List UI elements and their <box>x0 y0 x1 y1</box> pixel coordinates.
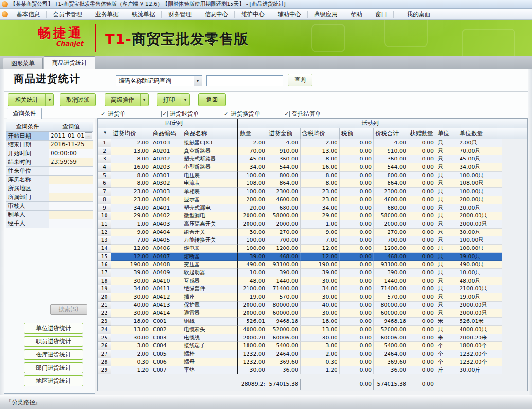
query-row[interactable]: 结束日期2016-11-25 <box>6 141 93 149</box>
checkbox-icon[interactable]: ✓ <box>223 111 229 117</box>
query-condition-label[interactable]: 往来单位 <box>6 167 49 176</box>
table-row[interactable]: 2413.00C002电缆索头4000.0052000.0013.000.005… <box>98 326 527 334</box>
query-row[interactable]: 往来单位 <box>6 167 93 176</box>
query-condition-label[interactable]: 经手人 <box>6 219 49 228</box>
query-value-cell[interactable] <box>49 202 93 211</box>
query-row[interactable]: 审核人 <box>6 202 93 211</box>
table-row[interactable]: 723.00A0303单相表100.002300.0023.000.002300… <box>98 188 527 196</box>
menu-item[interactable]: 我的桌面 <box>401 10 437 18</box>
tab[interactable]: 图形菜单 <box>3 58 43 69</box>
column-header[interactable]: 进货均价 <box>111 128 151 139</box>
query-condition-label[interactable]: 开始时间 <box>6 149 49 158</box>
query-value-cell[interactable]: 00:00:00 <box>49 149 93 158</box>
search-input[interactable] <box>206 75 283 86</box>
table-row[interactable]: 68.00A0302电流表108.00864.008.000.00864.000… <box>98 179 527 188</box>
query-condition-label[interactable]: 审核人 <box>6 202 49 211</box>
column-header[interactable]: 进货金额 <box>267 128 301 139</box>
column-header[interactable]: 价税合计 <box>374 128 408 139</box>
table-row[interactable]: 2030.00A0412插座19.00570.0030.000.00570.00… <box>98 293 527 302</box>
query-value-cell[interactable] <box>49 193 93 202</box>
table-row[interactable]: 291.20C007平垫30.0036.001.200.0036.000.00斤… <box>98 366 527 374</box>
query-condition-label[interactable]: 开始日期 <box>6 132 49 141</box>
query-value-cell[interactable] <box>49 211 93 219</box>
table-row[interactable]: 129.00A0404组合开关30.00270.009.000.00270.00… <box>98 229 527 237</box>
chevron-down-icon[interactable]: ▾ <box>181 94 189 106</box>
toolbar-button[interactable]: 相关统计▾ <box>8 93 54 106</box>
table-row[interactable]: 2530.00C003电缆线2000.2060006.0030.000.0060… <box>98 334 527 342</box>
query-value-cell[interactable] <box>49 176 93 184</box>
query-value-cell[interactable] <box>49 167 93 176</box>
column-header[interactable]: 单位 <box>436 128 458 139</box>
table-row[interactable]: 1830.00A0410互感器48.001440.0030.000.001440… <box>98 277 527 285</box>
query-row[interactable]: 库房名称 <box>6 176 93 184</box>
query-condition-label[interactable]: 库房名称 <box>6 176 49 184</box>
query-row[interactable]: 所属部门 <box>6 193 93 202</box>
column-header[interactable]: 商品编码 <box>151 128 182 139</box>
table-row[interactable]: 263.00C004接线端子1800.005400.003.000.005400… <box>98 342 527 350</box>
query-value-cell[interactable] <box>49 219 93 228</box>
chevron-down-icon[interactable]: ▾ <box>45 94 53 106</box>
query-condition-label[interactable]: 所属部门 <box>6 193 49 202</box>
menu-item[interactable]: 辅助中心 <box>271 10 307 18</box>
table-row[interactable]: 16190.00A0408变压器490.0093100.00190.000.00… <box>98 261 527 269</box>
menu-item[interactable]: 维护中心 <box>235 10 271 18</box>
toolbar-button[interactable]: 打印▾ <box>157 93 190 106</box>
menu-item[interactable]: 钱流单据 <box>125 10 161 18</box>
query-value-cell[interactable]: 23:59:59 <box>49 158 93 167</box>
search-mode-select[interactable]: 编码名称助记码查询 ▾ <box>116 75 202 86</box>
query-row[interactable]: 所属地区 <box>6 184 93 193</box>
query-value-cell[interactable]: 2011-01-01… <box>49 132 93 141</box>
column-header[interactable]: 商品名称 <box>182 128 237 139</box>
column-header[interactable]: 获赠数量 <box>408 128 436 139</box>
stat-shortcut-button[interactable]: 职员进货统计 <box>24 336 83 347</box>
checkbox-icon[interactable]: ✓ <box>284 111 290 117</box>
query-row[interactable]: 经手人 <box>6 219 93 228</box>
query-row[interactable]: 开始时间00:00:00 <box>6 149 93 158</box>
toolbar-button[interactable]: 取消过滤 <box>60 93 96 106</box>
stat-shortcut-button[interactable]: 地区进货统计 <box>24 375 83 386</box>
query-condition-label[interactable]: 结束时间 <box>6 158 49 167</box>
query-value-cell[interactable]: 2016-11-25 <box>49 141 93 149</box>
stat-shortcut-button[interactable]: 部门进货统计 <box>24 362 83 373</box>
menu-item[interactable]: 会员卡管理 <box>47 10 89 18</box>
table-row[interactable]: 1739.00A0409软起动器10.00390.0039.000.00390.… <box>98 269 527 277</box>
table-row[interactable]: 934.00A0401塑壳式漏电20.00680.0034.000.00680.… <box>98 204 527 213</box>
checkbox-icon[interactable]: ✓ <box>100 111 106 117</box>
table-row[interactable]: 1934.00A0411绝缘套件2100.0071400.0034.000.00… <box>98 285 527 293</box>
query-condition-label[interactable]: 制单人 <box>6 211 49 219</box>
table-row[interactable]: 58.00A0301电压表100.00800.008.000.00800.000… <box>98 172 527 180</box>
chevron-down-icon[interactable]: ▾ <box>194 76 202 86</box>
tab[interactable]: 商品进货统计 <box>44 56 95 69</box>
table-row[interactable]: 1512.00A0407熔断器39.00468.0012.000.00468.0… <box>98 253 527 261</box>
table-row[interactable]: 12.00A0103接触器CJX32.004.002.000.004.000.0… <box>98 139 527 147</box>
query-row[interactable]: 结束时间23:59:59 <box>6 158 93 167</box>
table-row[interactable]: 137.00A0405万能转换开关100.00700.007.000.00700… <box>98 236 527 245</box>
toolbar-button[interactable]: 返回 <box>198 93 226 106</box>
query-condition-label[interactable]: 结束日期 <box>6 141 49 149</box>
table-row[interactable]: 272.00C005螺栓1232.002464.002.000.002464.0… <box>98 350 527 358</box>
table-row[interactable]: 416.00A0203小型断路器34.00544.0016.000.00544.… <box>98 163 527 172</box>
table-row[interactable]: 38.00A0202塑壳式断路器45.00360.008.000.00360.0… <box>98 155 527 163</box>
query-value-cell[interactable] <box>49 184 93 193</box>
menu-item[interactable]: 窗口 <box>369 10 393 18</box>
table-row[interactable]: 2140.00A0413保护罩2000.0080000.0040.000.008… <box>98 302 527 310</box>
table-row[interactable]: 2230.00A0414避雷器2000.0060000.0030.000.006… <box>98 309 527 318</box>
table-row[interactable]: 823.00A0304显示器200.004600.0023.000.004600… <box>98 196 527 204</box>
stat-shortcut-button[interactable]: 仓库进货统计 <box>24 349 83 360</box>
query-button[interactable]: 查询 <box>288 74 312 86</box>
tab-query-conditions[interactable]: 查询条件 <box>7 108 42 119</box>
menu-item[interactable]: 财务管理 <box>162 10 198 18</box>
menu-item[interactable]: 高级应用 <box>308 10 344 18</box>
column-header[interactable]: 单位数量 <box>458 128 502 139</box>
table-row[interactable]: 213.00A0201真空断路器70.00910.0013.000.00910.… <box>98 147 527 156</box>
menu-item[interactable]: 帮助 <box>344 10 369 18</box>
table-row[interactable]: 2318.00C001铜线526.019468.1818.000.009468.… <box>98 318 527 326</box>
menu-item[interactable]: 业务单据 <box>89 10 125 18</box>
query-row[interactable]: 开始日期2011-01-01… <box>6 132 93 141</box>
table-row[interactable]: 1029.00A0402微型漏电2000.0058000.0029.000.00… <box>98 212 527 220</box>
query-condition-label[interactable]: 所属地区 <box>6 184 49 193</box>
chevron-down-icon[interactable]: ▾ <box>140 94 148 106</box>
stat-shortcut-button[interactable]: 单位进货统计 <box>24 323 83 334</box>
query-row[interactable]: 制单人 <box>6 211 93 219</box>
ellipsis-button[interactable]: … <box>85 132 92 139</box>
